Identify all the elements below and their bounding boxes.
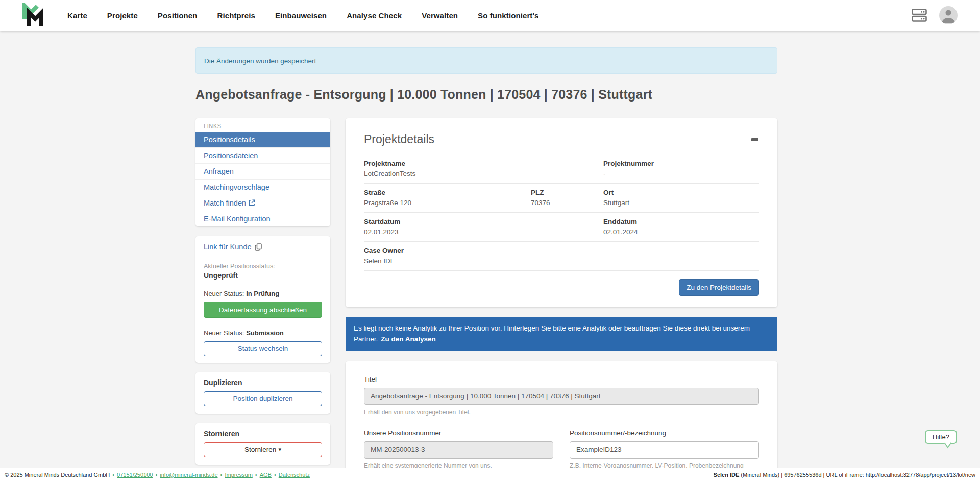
- complete-data-entry-button[interactable]: Datenerfassung abschließen: [204, 302, 322, 318]
- nav-item-karte[interactable]: Karte: [67, 11, 87, 20]
- next-status2-value: Submission: [246, 329, 284, 337]
- our-position-number-input: [364, 441, 553, 459]
- links-header: LINKS: [195, 118, 330, 132]
- sidebar-item-email-konfiguration[interactable]: E-Mail Konfiguration: [195, 211, 330, 226]
- footer-impressum-link[interactable]: Impressum: [225, 472, 252, 478]
- user-avatar[interactable]: [939, 6, 958, 24]
- footer-email-link[interactable]: info@mineral-minds.de: [160, 472, 217, 478]
- duplicate-card: Duplizieren Position duplizieren: [195, 372, 330, 414]
- duplicate-position-button[interactable]: Position duplizieren: [204, 391, 322, 406]
- footer: © 2025 Mineral Minds Deutschland GmbH • …: [0, 468, 980, 481]
- strasse-value: Pragstraße 120: [364, 199, 531, 207]
- alert-text: Die Änderungen wurden gespeichert: [204, 57, 316, 65]
- duplicate-heading: Duplizieren: [204, 378, 322, 387]
- caret-down-icon: ▾: [278, 446, 281, 453]
- case-owner-label: Case Owner: [364, 247, 759, 255]
- project-details-card: Projektdetails Projektname LotCreationTe…: [346, 118, 777, 307]
- footer-separator: •: [155, 472, 157, 478]
- main-menu: Karte Projekte Positionen Richtpreis Ein…: [67, 11, 539, 20]
- startdatum-value: 02.01.2023: [364, 228, 603, 236]
- external-link-icon: [249, 199, 255, 206]
- footer-user: Selen IDE: [714, 472, 740, 478]
- sidebar-item-matchingvorschlaege[interactable]: Matchingvorschläge: [195, 179, 330, 195]
- projektnummer-label: Projektnummer: [603, 160, 759, 167]
- to-analyses-link[interactable]: Zu den Analysen: [381, 335, 436, 343]
- footer-session-info: Selen IDE (Mineral Minds) | 69576255536d…: [714, 472, 975, 478]
- position-number-input[interactable]: [570, 441, 759, 459]
- nav-item-einbauweisen[interactable]: Einbauweisen: [275, 11, 327, 20]
- titel-input: [364, 388, 759, 405]
- nav-item-so-funktionierts[interactable]: So funktioniert's: [478, 11, 538, 20]
- footer-separator: •: [112, 472, 114, 478]
- footer-datenschutz-link[interactable]: Datenschutz: [279, 472, 310, 478]
- footer-separator: •: [220, 472, 223, 478]
- logo-icon: [20, 3, 47, 28]
- footer-phone-link[interactable]: 07151/250100: [117, 472, 153, 478]
- ort-value: Stuttgart: [603, 199, 759, 207]
- nav-item-projekte[interactable]: Projekte: [107, 11, 138, 20]
- next-status-value: In Prüfung: [246, 290, 279, 297]
- sidebar: LINKS Positionsdetails Positionsdateien …: [195, 118, 330, 465]
- current-status-label: Aktueller Positionsstatus:: [204, 263, 322, 270]
- next-status2-label: Neuer Status:: [204, 329, 244, 337]
- case-owner-value: Selen IDE: [364, 257, 759, 265]
- nav-item-richtpreis[interactable]: Richtpreis: [217, 11, 255, 20]
- footer-copyright: © 2025 Mineral Minds Deutschland GmbH: [5, 472, 110, 478]
- plz-label: PLZ: [531, 189, 603, 196]
- cancel-button-label: Stornieren: [244, 446, 276, 453]
- enddatum-label: Enddatum: [603, 218, 759, 225]
- enddatum-value: 02.01.2024: [603, 228, 759, 236]
- sidebar-item-positionsdetails[interactable]: Positionsdetails: [195, 132, 330, 147]
- titel-label: Titel: [364, 375, 377, 383]
- footer-separator: •: [255, 472, 257, 478]
- footer-session-rest: (Mineral Minds) | 69576255536d | URL of …: [739, 472, 975, 478]
- nav-item-analyse-check[interactable]: Analyse Check: [347, 11, 402, 20]
- current-status-value: Ungeprüft: [204, 271, 322, 280]
- link-fuer-kunde-label: Link für Kunde: [204, 243, 252, 251]
- sidebar-item-positionsdateien[interactable]: Positionsdateien: [195, 147, 330, 163]
- main-content: Projektdetails Projektname LotCreationTe…: [346, 118, 777, 481]
- analytics-info-banner: Es liegt noch keine Analytik zu Ihrer Po…: [346, 317, 777, 351]
- strasse-label: Straße: [364, 189, 531, 196]
- startdatum-label: Startdatum: [364, 218, 603, 225]
- projektname-value: LotCreationTests: [364, 170, 603, 178]
- footer-separator: •: [274, 472, 276, 478]
- copy-icon: [255, 243, 262, 251]
- cancel-dropdown-button[interactable]: Stornieren▾: [204, 442, 322, 457]
- ort-label: Ort: [603, 189, 759, 196]
- status-card: Link für Kunde Aktueller Positionsstatus…: [195, 236, 330, 363]
- position-number-label: Positionsnummer/-bezeichnung: [570, 429, 666, 437]
- titel-helper: Erhält den von uns vorgegebenen Titel.: [364, 409, 759, 416]
- position-form-card: Titel Erhält den von uns vorgegebenen Ti…: [346, 361, 777, 481]
- projektname-label: Projektname: [364, 160, 603, 167]
- projektnummer-value: -: [603, 170, 759, 178]
- next-status-label: Neuer Status:: [204, 290, 244, 297]
- sidebar-item-match-finden[interactable]: Match finden: [195, 195, 330, 211]
- server-icon[interactable]: [912, 8, 927, 22]
- match-finden-label: Match finden: [204, 199, 246, 207]
- to-project-details-button[interactable]: Zu den Projektdetails: [679, 279, 759, 296]
- switch-status-button[interactable]: Status wechseln: [204, 341, 322, 356]
- footer-agb-link[interactable]: AGB: [260, 472, 272, 478]
- top-navigation-bar: Karte Projekte Positionen Richtpreis Ein…: [0, 0, 980, 31]
- our-position-number-label: Unsere Positionsnummer: [364, 429, 442, 437]
- link-fuer-kunde[interactable]: Link für Kunde: [204, 243, 262, 251]
- person-icon: [939, 6, 958, 24]
- cancel-heading: Stornieren: [204, 429, 322, 438]
- page-title: Angebotsanfrage - Entsorgung | 10.000 To…: [195, 87, 777, 102]
- collapse-icon[interactable]: [751, 136, 759, 144]
- nav-item-positionen[interactable]: Positionen: [158, 11, 198, 20]
- success-alert: Die Änderungen wurden gespeichert: [195, 47, 777, 74]
- cancel-card: Stornieren Stornieren▾: [195, 423, 330, 465]
- sidebar-item-anfragen[interactable]: Anfragen: [195, 163, 330, 179]
- help-button[interactable]: Hilfe?: [925, 430, 957, 444]
- links-card: LINKS Positionsdetails Positionsdateien …: [195, 118, 330, 226]
- project-details-heading: Projektdetails: [364, 133, 434, 146]
- nav-item-verwalten[interactable]: Verwalten: [422, 11, 458, 20]
- plz-value: 70376: [531, 199, 603, 207]
- mineral-minds-logo[interactable]: [20, 3, 49, 28]
